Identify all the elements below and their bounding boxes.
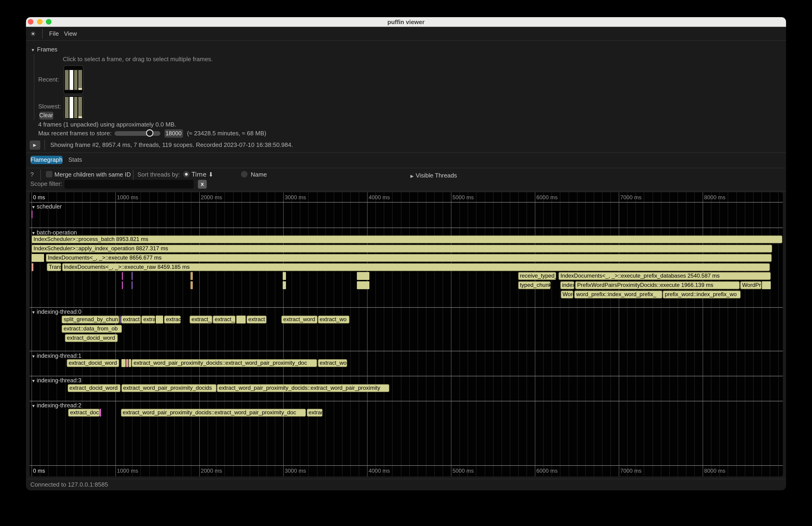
scope-bar[interactable] — [131, 272, 132, 280]
thread-label[interactable]: ▼ indexing-thread:3 — [31, 378, 81, 384]
scope-bar[interactable]: typed_chunk::w — [518, 281, 551, 289]
sort-name-radio[interactable] — [241, 171, 247, 177]
scope-bar[interactable] — [282, 281, 286, 289]
clear-filter-button[interactable]: x — [198, 179, 207, 188]
max-frames-value[interactable]: 18000 — [164, 129, 183, 137]
collapse-icon: ▼ — [31, 404, 37, 408]
thread-label[interactable]: ▼ batch-operation — [31, 230, 77, 236]
scope-bar[interactable] — [119, 316, 120, 324]
scope-bar[interactable]: extract_docid_word — [65, 334, 117, 342]
gridline — [728, 192, 728, 477]
gridline — [484, 192, 485, 477]
gridline — [568, 192, 569, 477]
frames-header[interactable]: ▼ Frames — [31, 45, 57, 53]
scope-bar[interactable] — [31, 210, 32, 218]
scope-bar[interactable] — [31, 263, 33, 271]
scope-bar[interactable]: extrac — [307, 409, 322, 417]
clear-button[interactable]: Clear — [39, 112, 53, 119]
scope-bar[interactable] — [190, 281, 192, 289]
scope-bar[interactable] — [129, 360, 131, 367]
scope-bar[interactable]: extract_word_pair_proximity_docids::extr… — [121, 409, 306, 417]
scope-bar[interactable]: extract_wo — [318, 316, 349, 324]
scope-bar[interactable]: word_prefix::index_word_prefix_ — [574, 291, 662, 298]
slider-knob[interactable] — [146, 129, 153, 137]
scope-bar[interactable] — [122, 281, 122, 289]
thread-label[interactable]: ▼ indexing-thread:0 — [31, 309, 81, 316]
gridline — [535, 192, 535, 477]
scope-bar[interactable] — [122, 272, 122, 280]
collapse-icon: ▼ — [31, 379, 37, 383]
tab-stats[interactable]: Stats — [68, 156, 82, 164]
gridline — [124, 192, 125, 477]
thread-label[interactable]: ▼ scheduler — [31, 203, 62, 210]
scope-bar[interactable] — [131, 281, 132, 289]
scope-bar[interactable] — [31, 254, 44, 262]
section-separator — [29, 351, 783, 351]
scope-bar[interactable] — [190, 272, 192, 280]
thread-label[interactable]: ▼ indexing-thread:2 — [31, 402, 81, 409]
flamegraph-canvas[interactable]: 0 ms0 ms1000 ms1000 ms2000 ms2000 ms3000… — [29, 192, 783, 477]
sort-name-label[interactable]: Name — [251, 171, 267, 178]
scope-bar[interactable] — [357, 281, 369, 289]
merge-children-checkbox[interactable] — [46, 171, 52, 177]
sort-time-radio[interactable] — [183, 171, 189, 177]
scope-bar[interactable]: IndexScheduler>::apply_index_operation 8… — [31, 245, 772, 252]
scope-bar[interactable]: IndexDocuments<_, _>::execute_prefix_dat… — [559, 272, 771, 280]
gridline — [661, 192, 661, 477]
scope-bar[interactable]: IndexScheduler>::process_batch 8953.821 … — [31, 236, 782, 244]
scope-bar[interactable]: IndexDocuments<_, _>::execute_raw 8459.1… — [62, 263, 770, 271]
scope-bar[interactable]: extract_docid_word — [67, 360, 119, 367]
scope-bar[interactable]: extrac — [164, 316, 181, 324]
scope-bar[interactable]: extract — [121, 316, 141, 324]
scope-bar[interactable]: extract — [246, 316, 266, 324]
scope-bar[interactable] — [156, 316, 163, 324]
scope-bar[interactable]: extract_word_pair_proximity_docids — [121, 384, 216, 392]
scope-bar[interactable]: extract_word — [281, 316, 318, 324]
scope-bar[interactable]: index — [560, 281, 574, 289]
scope-bar[interactable]: receive_typed_ — [518, 272, 556, 280]
scope-bar[interactable] — [100, 409, 101, 417]
recent-frames-thumbnail[interactable] — [63, 65, 84, 94]
scope-bar[interactable]: PrefixWordPairsProximityDocids::execute … — [575, 281, 740, 289]
menu-view[interactable]: View — [64, 30, 77, 37]
scope-bar[interactable] — [236, 316, 245, 324]
scope-bar[interactable]: extract_ — [213, 316, 235, 324]
scope-bar[interactable] — [282, 272, 286, 280]
scope-bar[interactable]: IndexDocuments<_, _>::execute 8656.677 m… — [46, 254, 772, 262]
scope-bar[interactable]: split_grenad_by_chun — [62, 316, 119, 324]
scope-bar[interactable]: extract::data_from_ob — [62, 325, 122, 333]
menu-divider — [42, 29, 43, 39]
max-frames-slider[interactable] — [114, 131, 160, 135]
scope-bar[interactable]: Word — [561, 291, 573, 298]
scope-bar[interactable] — [126, 360, 128, 367]
menu-file[interactable]: File — [49, 30, 59, 37]
visible-threads-header[interactable]: ▶ Visible Threads — [410, 171, 457, 179]
gridline — [443, 192, 443, 477]
scope-bar[interactable]: extract_word_pair_proximity_docids::extr… — [217, 384, 389, 392]
theme-toggle-icon[interactable]: ☀ — [30, 30, 36, 38]
scope-bar[interactable]: WordPr — [740, 281, 761, 289]
scope-bar[interactable]: extract_docid_word — [68, 384, 120, 392]
separator — [26, 167, 786, 168]
gridline — [594, 192, 594, 477]
sort-time-label[interactable]: Time ⬇ — [192, 171, 214, 178]
thread-label[interactable]: ▼ indexing-thread:1 — [31, 352, 81, 359]
scope-filter-input[interactable] — [64, 179, 193, 188]
collapse-icon: ▼ — [31, 231, 37, 235]
scope-bar[interactable]: extra — [141, 316, 155, 324]
scope-bar[interactable] — [762, 281, 770, 289]
scope-bar[interactable]: extract_word_pair_proximity_docids::extr… — [132, 360, 317, 367]
scope-bar[interactable]: Trans — [47, 263, 61, 271]
scope-bar[interactable]: prefix_word::index_prefix_wo — [663, 291, 741, 298]
scope-bar[interactable] — [121, 360, 125, 367]
gridline — [191, 192, 191, 477]
scope-bar[interactable]: extract_wo — [318, 360, 347, 367]
slowest-frames-thumbnail[interactable] — [63, 96, 84, 120]
play-button[interactable]: ▶ — [29, 140, 40, 149]
scope-bar[interactable]: extract_ — [190, 316, 212, 324]
help-button[interactable]: ? — [30, 171, 33, 178]
scope-bar[interactable]: extract_doc — [68, 409, 99, 417]
scope-bar[interactable] — [357, 272, 369, 280]
tab-flamegraph[interactable]: Flamegraph — [30, 156, 62, 164]
connection-status: Connected to 127.0.0.1:8585 — [30, 481, 108, 488]
